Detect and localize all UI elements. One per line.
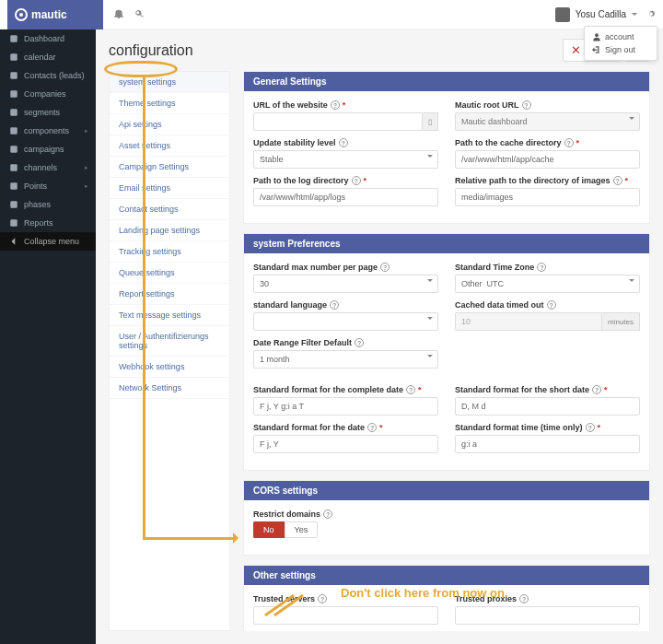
panel-other: Other settings Trusted servers? Trusted … — [243, 565, 650, 631]
help-icon[interactable]: ? — [519, 594, 529, 603]
chevron-right-icon: ▸ — [85, 182, 88, 190]
chevron-right-icon: ▸ — [85, 164, 88, 171]
full-date-input[interactable] — [253, 397, 438, 416]
search-icon[interactable] — [134, 9, 144, 20]
help-icon[interactable]: ? — [592, 385, 601, 394]
user-icon — [9, 71, 18, 80]
sidebar-item-components[interactable]: components▸ — [0, 122, 96, 140]
subnav-queue-settings[interactable]: Queue settings — [110, 263, 229, 284]
subnav-user-authentifizierungs-settings[interactable]: User / Authentifizierungs settings — [110, 326, 229, 357]
svg-rect-4 — [10, 90, 17, 98]
chevron-down-icon — [629, 117, 634, 123]
account-link[interactable]: account — [585, 30, 657, 43]
help-icon[interactable]: ? — [537, 263, 546, 272]
help-icon[interactable]: ? — [380, 263, 390, 272]
rss-icon — [9, 163, 18, 172]
cache-timeout-input[interactable] — [455, 312, 602, 331]
gear-icon[interactable] — [646, 9, 656, 20]
subnav-report-settings[interactable]: Report settings — [110, 284, 229, 305]
user-dropdown: account Sign out — [584, 26, 657, 61]
trophy-icon — [9, 181, 18, 191]
svg-rect-3 — [10, 72, 17, 79]
subnav-theme-settings[interactable]: Theme settings — [110, 93, 229, 114]
subnav-campaign-settings[interactable]: Campaign Settings — [110, 157, 229, 178]
help-icon[interactable]: ? — [339, 138, 348, 147]
bookmark-icon[interactable]: ▯ — [423, 112, 438, 131]
trusted-proxies-input[interactable] — [455, 606, 640, 625]
help-icon[interactable]: ? — [367, 423, 377, 432]
sidebar-item-points[interactable]: Points▸ — [0, 177, 96, 195]
help-icon[interactable]: ? — [613, 176, 622, 185]
collapse-menu[interactable]: Collapse menu — [0, 232, 96, 251]
svg-rect-11 — [10, 219, 17, 227]
user-menu-toggle[interactable]: Yosu Cadilla — [555, 7, 637, 22]
timezone-select[interactable] — [455, 275, 640, 293]
sidebar-item-companies[interactable]: Companies — [0, 85, 96, 103]
help-icon[interactable]: ? — [406, 385, 415, 394]
sidebar-item-segments[interactable]: segments — [0, 103, 96, 122]
panel-header: Other settings — [244, 566, 649, 585]
panel-general: General Settings URL of the website?* ▯ … — [243, 71, 650, 224]
svg-rect-2 — [10, 53, 17, 61]
restrict-domains-toggle[interactable]: No Yes — [253, 521, 318, 538]
root-url-select[interactable] — [455, 112, 640, 131]
config-subnav: system settingsTheme settingsApi setting… — [109, 71, 230, 631]
trusted-servers-input[interactable] — [253, 606, 438, 625]
date-range-select[interactable] — [253, 350, 438, 369]
clock-icon — [9, 145, 18, 154]
short-date-input[interactable] — [455, 397, 640, 416]
help-icon[interactable]: ? — [323, 509, 332, 519]
help-icon[interactable]: ? — [355, 338, 364, 347]
subnav-text-message-settings[interactable]: Text message settings — [110, 305, 229, 326]
url-input[interactable] — [253, 112, 423, 131]
help-icon[interactable]: ? — [318, 594, 327, 603]
language-select[interactable] — [253, 312, 438, 331]
sidebar-item-contacts-leads-[interactable]: Contacts (leads) — [0, 66, 96, 85]
panel-header: CORS settings — [244, 481, 649, 500]
signout-link[interactable]: Sign out — [585, 43, 657, 56]
chevron-down-icon — [632, 13, 637, 18]
subnav-webhook-settings[interactable]: Webhook settings — [110, 357, 229, 378]
subnav-api-settings[interactable]: Api settings — [110, 114, 229, 135]
building-icon — [9, 89, 18, 99]
puzzle-icon — [9, 126, 18, 135]
svg-rect-1 — [10, 35, 17, 42]
sidebar-item-channels[interactable]: channels▸ — [0, 158, 96, 177]
chart-icon — [9, 218, 18, 228]
svg-rect-9 — [10, 182, 17, 190]
svg-rect-7 — [10, 146, 17, 153]
avatar — [555, 7, 570, 22]
help-icon[interactable]: ? — [547, 300, 556, 310]
stability-select[interactable] — [253, 150, 438, 169]
subnav-tracking-settings[interactable]: Tracking settings — [110, 241, 229, 263]
cache-dir-input[interactable] — [455, 150, 640, 169]
help-icon[interactable]: ? — [522, 100, 531, 110]
date-only-input[interactable] — [253, 435, 438, 453]
help-icon[interactable]: ? — [564, 138, 574, 147]
sidebar-item-reports[interactable]: Reports — [0, 214, 96, 232]
help-icon[interactable]: ? — [330, 300, 339, 310]
sidebar-item-calendar[interactable]: calendar — [0, 48, 96, 66]
subnav-network-settings[interactable]: Network Settings — [110, 378, 229, 399]
sidebar-item-campaigns[interactable]: campaigns — [0, 140, 96, 158]
images-dir-input[interactable] — [455, 188, 640, 206]
svg-rect-10 — [10, 201, 17, 208]
svg-rect-8 — [10, 164, 17, 171]
help-icon[interactable]: ? — [331, 100, 340, 110]
help-icon[interactable]: ? — [586, 423, 595, 432]
log-dir-input[interactable] — [253, 188, 438, 206]
subnav-contact-settings[interactable]: Contact settings — [110, 199, 229, 220]
time-only-input[interactable] — [455, 435, 640, 453]
sidebar-item-dashboard[interactable]: Dashboard — [0, 29, 96, 48]
notifications-icon[interactable] — [114, 9, 123, 20]
max-per-page-select[interactable] — [253, 275, 438, 293]
subnav-system-settings[interactable]: system settings — [110, 72, 229, 93]
subnav-landing-page-settings[interactable]: Landing page settings — [110, 220, 229, 241]
brand-logo-area[interactable]: mautic — [7, 0, 103, 29]
subnav-email-settings[interactable]: Email settings — [110, 178, 229, 199]
sidebar-item-phases[interactable]: phases — [0, 195, 96, 214]
help-icon[interactable]: ? — [352, 176, 361, 185]
subnav-asset-settings[interactable]: Asset settings — [110, 135, 229, 157]
chevron-down-icon — [427, 155, 433, 160]
panel-header: General Settings — [244, 72, 649, 91]
